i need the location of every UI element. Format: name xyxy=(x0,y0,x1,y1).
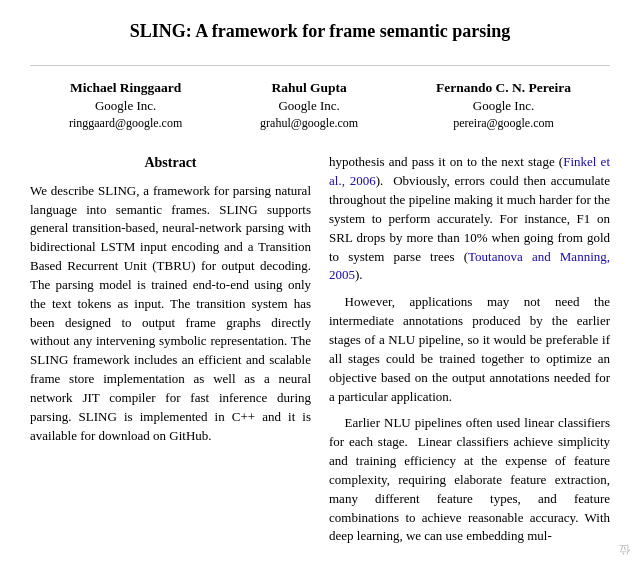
link-finkel[interactable]: Finkel et al., 2006 xyxy=(329,154,610,188)
link-toutanova[interactable]: Toutanova and Manning, 2005 xyxy=(329,249,610,283)
author-2-email: grahul@google.com xyxy=(260,116,358,131)
author-3-affiliation: Google Inc. xyxy=(473,98,534,114)
left-column: Abstract We describe SLING, a framework … xyxy=(30,153,311,554)
author-1: Michael Ringgaard Google Inc. ringgaard@… xyxy=(69,80,182,131)
paper-title: SLING: A framework for frame semantic pa… xyxy=(30,20,610,43)
author-1-email: ringgaard@google.com xyxy=(69,116,182,131)
two-column-body: Abstract We describe SLING, a framework … xyxy=(30,153,610,554)
authors-section: Michael Ringgaard Google Inc. ringgaard@… xyxy=(30,80,610,131)
author-3: Fernando C. N. Pereira Google Inc. perei… xyxy=(436,80,571,131)
author-3-email: pereira@google.com xyxy=(453,116,554,131)
page: SLING: A framework for frame semantic pa… xyxy=(0,0,640,574)
right-para-1: hypothesis and pass it on to the next st… xyxy=(329,153,610,285)
right-column: hypothesis and pass it on to the next st… xyxy=(329,153,610,554)
author-2: Rahul Gupta Google Inc. grahul@google.co… xyxy=(260,80,358,131)
title-divider xyxy=(30,65,610,66)
author-2-name: Rahul Gupta xyxy=(271,80,346,96)
author-3-name: Fernando C. N. Pereira xyxy=(436,80,571,96)
author-2-affiliation: Google Inc. xyxy=(278,98,339,114)
author-1-name: Michael Ringgaard xyxy=(70,80,181,96)
author-1-affiliation: Google Inc. xyxy=(95,98,156,114)
right-para-2: However, applications may not need the i… xyxy=(329,293,610,406)
abstract-header: Abstract xyxy=(30,153,311,173)
right-para-3: Earlier NLU pipelines often used linear … xyxy=(329,414,610,546)
watermark: 位 xyxy=(617,563,632,564)
abstract-text: We describe SLING, a framework for parsi… xyxy=(30,182,311,446)
